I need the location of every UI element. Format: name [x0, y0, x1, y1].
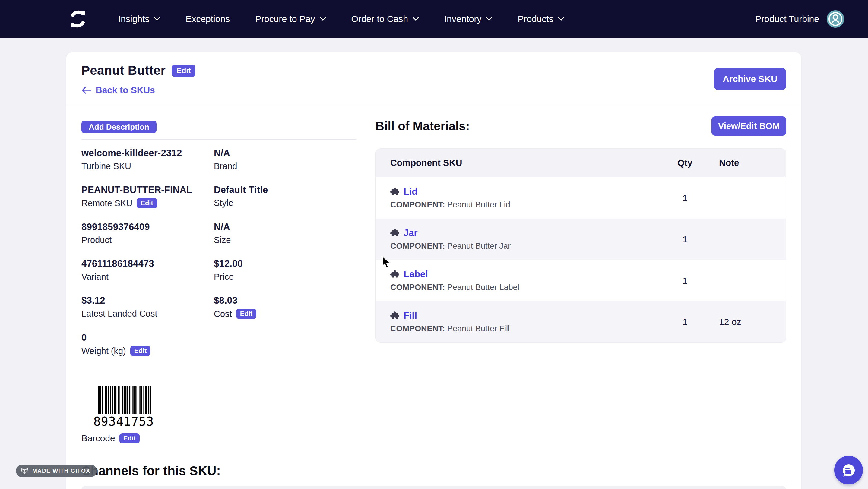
bom-link-label: Label — [404, 269, 428, 280]
gifox-watermark-badge: MADE WITH GIFOX — [16, 464, 97, 477]
bom-row-lid: LidCOMPONENT: Peanut Butter Lid1 — [376, 177, 786, 219]
bom-qty-value: 1 — [662, 275, 708, 286]
nav-item-exceptions[interactable]: Exceptions — [185, 14, 230, 24]
bom-name-cell: LabelCOMPONENT: Peanut Butter Label — [376, 269, 662, 292]
puzzle-piece-icon — [390, 312, 399, 320]
field-value: $3.12 — [82, 295, 214, 306]
nav-items: InsightsExceptionsProcure to PayOrder to… — [118, 14, 564, 24]
bom-name-cell: JarCOMPONENT: Peanut Butter Jar — [376, 228, 662, 251]
field-cost: $8.03CostEdit — [214, 295, 356, 319]
bom-link-label: Jar — [404, 228, 418, 238]
channels-section-title: Channels for this SKU: — [82, 464, 221, 478]
field-value: welcome-killdeer-2312 — [82, 148, 214, 159]
details-divider — [82, 139, 356, 140]
nav-item-label: Inventory — [444, 14, 482, 24]
view-edit-bom-button[interactable]: View/Edit BOM — [711, 117, 786, 136]
field-style: Default TitleStyle — [214, 185, 356, 208]
bom-qty-value: 1 — [662, 193, 708, 203]
field-label: Brand — [214, 161, 237, 171]
sku-fields-grid: welcome-killdeer-2312Turbine SKUN/ABrand… — [82, 148, 356, 356]
bom-table: Component SKU Qty Note LidCOMPONENT: Pea… — [375, 148, 786, 343]
nav-item-label: Order to Cash — [351, 14, 408, 24]
turbine-logo-icon[interactable] — [68, 9, 88, 29]
edit-barcode-button[interactable]: Edit — [119, 433, 140, 444]
nav-item-insights[interactable]: Insights — [118, 14, 160, 24]
field-label: Weight (kg) — [82, 346, 126, 356]
nav-account[interactable]: Product Turbine — [755, 10, 844, 28]
bom-row-fill: FillCOMPONENT: Peanut Butter Fill112 oz — [376, 301, 786, 343]
field-value: Default Title — [214, 185, 356, 195]
field-turbine-sku: welcome-killdeer-2312Turbine SKU — [82, 148, 214, 171]
archive-sku-button[interactable]: Archive SKU — [714, 68, 786, 90]
field-product: 8991859376409Product — [82, 222, 214, 245]
bom-name-cell: FillCOMPONENT: Peanut Butter Fill — [376, 310, 662, 333]
barcode-image — [98, 386, 151, 414]
nav-item-order-to-cash[interactable]: Order to Cash — [351, 14, 419, 24]
add-description-button[interactable]: Add Description — [82, 121, 157, 133]
chevron-down-icon — [558, 17, 564, 21]
edit-remote-sku-button[interactable]: Edit — [136, 198, 157, 208]
field-size: N/ASize — [214, 222, 356, 245]
back-arrow-icon — [82, 86, 92, 94]
bom-table-header: Component SKU Qty Note — [376, 149, 786, 177]
nav-item-inventory[interactable]: Inventory — [444, 14, 492, 24]
nav-item-products[interactable]: Products — [518, 14, 564, 24]
chevron-down-icon — [486, 17, 492, 21]
nav-item-label: Exceptions — [185, 14, 230, 24]
bom-name-cell: LidCOMPONENT: Peanut Butter Lid — [376, 186, 662, 209]
bom-row-label: LabelCOMPONENT: Peanut Butter Label1 — [376, 260, 786, 301]
edit-weight-kg-button[interactable]: Edit — [130, 346, 151, 356]
bom-component-description: COMPONENT: Peanut Butter Lid — [390, 200, 662, 209]
field-brand: N/ABrand — [214, 148, 356, 171]
field-value: 8991859376409 — [82, 222, 214, 232]
field-value: PEANUT-BUTTER-FINAL — [82, 185, 214, 195]
user-avatar-icon[interactable] — [826, 10, 844, 28]
nav-item-procure-to-pay[interactable]: Procure to Pay — [255, 14, 326, 24]
bom-component-link-lid[interactable]: Lid — [390, 186, 662, 197]
bom-component-description: COMPONENT: Peanut Butter Jar — [390, 241, 662, 251]
field-label: Style — [214, 198, 233, 208]
field-label: Cost — [214, 309, 232, 319]
sku-detail-card: Peanut Butter Edit Back to SKUs Archive … — [66, 53, 801, 489]
field-label: Remote SKU — [82, 198, 132, 208]
chat-launcher-button[interactable] — [834, 456, 863, 485]
sku-header: Peanut Butter Edit Back to SKUs Archive … — [66, 53, 801, 105]
field-label: Variant — [82, 272, 108, 282]
field-label: Price — [214, 272, 234, 282]
edit-cost-button[interactable]: Edit — [236, 309, 257, 319]
field-value: 47611186184473 — [82, 258, 214, 269]
bom-link-label: Lid — [404, 186, 418, 197]
bom-note-value: 12 oz — [708, 317, 786, 327]
field-value: 0 — [82, 332, 214, 343]
edit-title-button[interactable]: Edit — [172, 65, 195, 77]
top-navigation-bar: InsightsExceptionsProcure to PayOrder to… — [0, 0, 868, 38]
nav-item-label: Insights — [118, 14, 149, 24]
bom-col-note: Note — [708, 158, 786, 168]
bom-col-component-sku: Component SKU — [376, 158, 662, 168]
bom-col-qty: Qty — [662, 158, 708, 168]
field-variant: 47611186184473Variant — [82, 258, 214, 282]
bom-row-jar: JarCOMPONENT: Peanut Butter Jar1 — [376, 219, 786, 260]
bom-qty-value: 1 — [662, 317, 708, 327]
chevron-down-icon — [154, 17, 160, 21]
field-value: $12.00 — [214, 258, 356, 269]
bom-qty-value: 1 — [662, 234, 708, 244]
nav-item-label: Products — [518, 14, 553, 24]
field-price: $12.00Price — [214, 258, 356, 282]
field-label: Latest Landed Cost — [82, 309, 157, 319]
bom-link-label: Fill — [404, 310, 417, 321]
barcode-label: Barcode — [82, 433, 115, 444]
field-value: N/A — [214, 222, 356, 232]
puzzle-piece-icon — [390, 270, 399, 279]
bom-component-link-label[interactable]: Label — [390, 269, 662, 280]
bom-component-link-fill[interactable]: Fill — [390, 310, 662, 321]
bom-component-link-jar[interactable]: Jar — [390, 228, 662, 238]
puzzle-piece-icon — [390, 188, 399, 196]
chevron-down-icon — [320, 17, 326, 21]
field-value: $8.03 — [214, 295, 356, 306]
field-label: Size — [214, 235, 231, 245]
back-to-skus-link[interactable]: Back to SKUs — [82, 85, 155, 95]
field-weight-kg: 0Weight (kg)Edit — [82, 332, 214, 356]
page-title: Peanut Butter — [82, 63, 165, 78]
field-label: Product — [82, 235, 112, 245]
